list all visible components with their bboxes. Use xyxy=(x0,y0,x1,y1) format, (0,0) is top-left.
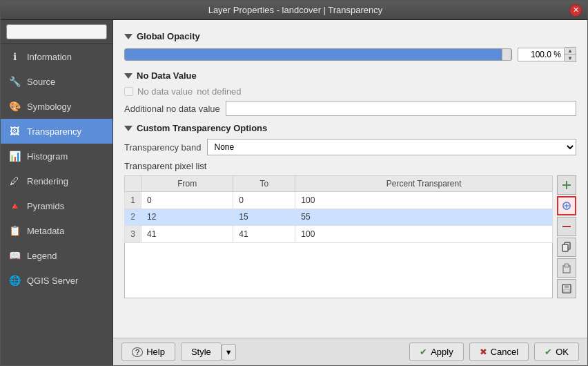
main-content: ℹ Information 🔧 Source 🎨 Symbology 🖼 Tra… xyxy=(1,20,587,365)
table-row-empty xyxy=(125,243,553,298)
spin-down-button[interactable]: ▼ xyxy=(565,55,576,61)
opacity-slider[interactable] xyxy=(124,48,512,61)
sidebar-item-metadata[interactable]: 📋 Metadata xyxy=(1,218,112,243)
row-from-2[interactable]: 12 xyxy=(141,209,233,226)
svg-rect-5 xyxy=(562,226,571,227)
style-button[interactable]: Style xyxy=(181,343,222,361)
pixel-table: From To Percent Transparent 1 0 0 xyxy=(124,175,553,298)
pyramids-icon: 🔺 xyxy=(8,199,21,213)
no-data-checkbox-row: No data value not defined xyxy=(124,86,576,97)
rendering-icon: 🖊 xyxy=(8,174,21,188)
opacity-spinner: ▲ ▼ xyxy=(565,47,576,62)
sidebar-label-metadata: Metadata xyxy=(27,226,64,236)
row-to-2[interactable]: 15 xyxy=(233,209,295,226)
table-row[interactable]: 3 41 41 100 xyxy=(125,226,553,243)
window-title: Layer Properties - landcover | Transpare… xyxy=(21,5,569,15)
row-to-1[interactable]: 0 xyxy=(233,192,295,209)
no-data-checkbox[interactable] xyxy=(124,87,133,96)
sidebar-item-rendering[interactable]: 🖊 Rendering xyxy=(1,168,112,193)
row-percent-2[interactable]: 55 xyxy=(295,209,553,226)
row-to-3[interactable]: 41 xyxy=(233,226,295,243)
spin-up-button[interactable]: ▲ xyxy=(565,48,576,55)
sidebar-item-information[interactable]: ℹ Information xyxy=(1,44,112,69)
sidebar-label-source: Source xyxy=(27,77,55,87)
col-from: From xyxy=(141,176,233,192)
triangle-icon-2 xyxy=(124,73,133,79)
transparency-icon: 🖼 xyxy=(8,124,21,138)
footer-left: ? Help Style ▼ xyxy=(121,343,236,361)
content-body: Global Opacity 100.0 % ▲ ▼ No Data xyxy=(113,20,587,338)
custom-transparency-title: Custom Transparency Options xyxy=(137,123,267,133)
cancel-x-icon: ✖ xyxy=(480,347,487,357)
copy-row-button[interactable] xyxy=(557,238,576,257)
sidebar-label-rendering: Rendering xyxy=(27,176,68,186)
style-label: Style xyxy=(191,347,211,357)
table-row[interactable]: 2 12 15 55 xyxy=(125,209,553,226)
svg-rect-12 xyxy=(564,289,569,292)
footer-right: ✔ Apply ✖ Cancel ✔ OK xyxy=(409,343,579,361)
row-percent-1[interactable]: 100 xyxy=(295,192,553,209)
apply-label: Apply xyxy=(431,347,453,357)
row-from-3[interactable]: 41 xyxy=(141,226,233,243)
sidebar-label-qgis-server: QGIS Server xyxy=(27,276,78,286)
ok-button[interactable]: ✔ OK xyxy=(534,343,579,361)
add-row-button[interactable] xyxy=(557,175,576,195)
information-icon: ℹ xyxy=(8,50,21,64)
sidebar: ℹ Information 🔧 Source 🎨 Symbology 🖼 Tra… xyxy=(1,20,113,365)
apply-button[interactable]: ✔ Apply xyxy=(409,343,464,361)
no-data-value-header: No Data Value xyxy=(124,70,576,81)
cancel-button[interactable]: ✖ Cancel xyxy=(469,343,529,361)
content-area: Global Opacity 100.0 % ▲ ▼ No Data xyxy=(113,20,587,365)
sidebar-item-symbology[interactable]: 🎨 Symbology xyxy=(1,94,112,119)
col-to: To xyxy=(233,176,295,192)
additional-no-data-input[interactable] xyxy=(226,101,576,116)
custom-transparency-section: Custom Transparency Options Transparency… xyxy=(124,123,576,298)
table-row[interactable]: 1 0 0 100 xyxy=(125,192,553,209)
opacity-value-box: 100.0 % ▲ ▼ xyxy=(518,47,576,62)
no-data-label: No data value xyxy=(137,86,193,97)
sidebar-item-pyramids[interactable]: 🔺 Pyramids xyxy=(1,193,112,218)
transparency-band-select[interactable]: None xyxy=(207,139,576,155)
help-label: Help xyxy=(146,347,165,357)
sidebar-label-legend: Legend xyxy=(27,251,57,261)
row-from-1[interactable]: 0 xyxy=(141,192,233,209)
col-percent: Percent Transparent xyxy=(295,176,553,192)
ok-label: OK xyxy=(556,347,569,357)
edit-row-button[interactable] xyxy=(557,196,576,215)
symbology-icon: 🎨 xyxy=(8,99,21,113)
additional-label: Additional no data value xyxy=(124,104,220,114)
titlebar: Layer Properties - landcover | Transpare… xyxy=(1,1,587,20)
cancel-label: Cancel xyxy=(491,347,518,357)
sidebar-label-symbology: Symbology xyxy=(27,102,71,112)
svg-rect-9 xyxy=(565,264,569,267)
sidebar-item-source[interactable]: 🔧 Source xyxy=(1,69,112,94)
row-percent-3[interactable]: 100 xyxy=(295,226,553,243)
style-dropdown-button[interactable]: ▼ xyxy=(222,344,236,360)
no-data-note: not defined xyxy=(197,86,241,97)
qgis-server-icon: 🌐 xyxy=(8,273,21,287)
save-button[interactable] xyxy=(557,279,576,298)
sidebar-label-histogram: Histogram xyxy=(27,151,68,162)
ok-check-icon: ✔ xyxy=(545,347,552,357)
source-icon: 🔧 xyxy=(8,75,21,88)
row-index-2: 2 xyxy=(125,209,141,226)
global-opacity-title: Global Opacity xyxy=(137,31,200,41)
paste-row-button[interactable] xyxy=(557,258,576,278)
help-button[interactable]: ? Help xyxy=(121,343,175,361)
sidebar-item-transparency[interactable]: 🖼 Transparency xyxy=(1,119,112,144)
opacity-input[interactable]: 100.0 % xyxy=(518,48,565,61)
global-opacity-row: 100.0 % ▲ ▼ xyxy=(124,47,576,62)
triangle-icon xyxy=(124,34,133,39)
svg-rect-7 xyxy=(562,244,568,251)
remove-row-button[interactable] xyxy=(557,217,576,236)
window: Layer Properties - landcover | Transpare… xyxy=(0,0,588,366)
style-button-group: Style ▼ xyxy=(181,343,236,361)
sidebar-item-qgis-server[interactable]: 🌐 QGIS Server xyxy=(1,268,112,293)
no-data-section: No data value not defined Additional no … xyxy=(124,86,576,116)
sidebar-item-legend[interactable]: 📖 Legend xyxy=(1,243,112,268)
sidebar-item-histogram[interactable]: 📊 Histogram xyxy=(1,144,112,168)
search-input[interactable] xyxy=(6,24,107,39)
legend-icon: 📖 xyxy=(8,249,21,262)
close-button[interactable]: ✕ xyxy=(569,4,582,17)
pixel-table-container: From To Percent Transparent 1 0 0 xyxy=(124,175,576,298)
